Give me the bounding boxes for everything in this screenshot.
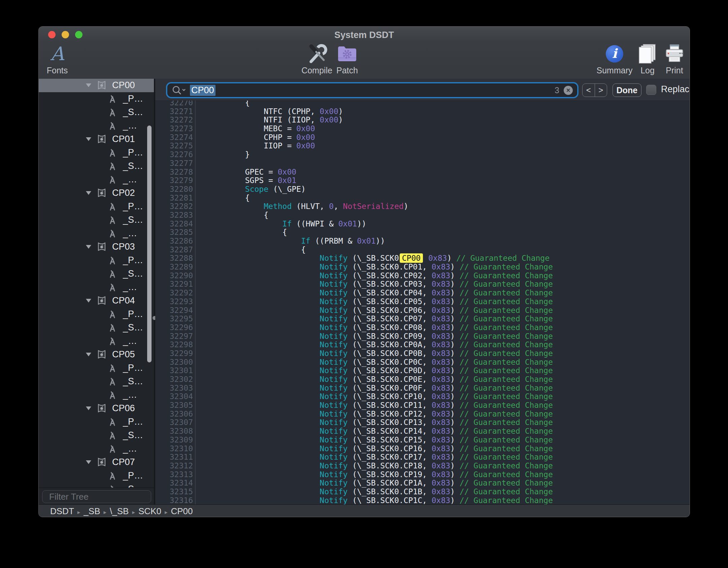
tree-child-item[interactable]: _S… — [39, 429, 154, 442]
disclosure-triangle-icon[interactable] — [86, 245, 91, 249]
tree-child-label: _S… — [123, 161, 143, 171]
code-line: Notify (\_SB.SCK0.CP13, 0x83) // Guarant… — [208, 418, 690, 427]
line-number: 32306 — [155, 410, 193, 419]
breadcrumb-item[interactable]: \_SB — [110, 506, 129, 516]
code-line: Notify (\_SB.SCK0.CP0B, 0x83) // Guarant… — [208, 349, 690, 358]
sidebar-scrollbar[interactable] — [147, 126, 152, 362]
tree-child-item[interactable]: _P… — [39, 200, 154, 213]
code-line: Notify (\_SB.SCK0.CP19, 0x83) // Guarant… — [208, 470, 690, 479]
method-icon — [107, 215, 118, 226]
disclosure-triangle-icon[interactable] — [86, 460, 91, 464]
tree-child-item[interactable]: _S… — [39, 375, 154, 388]
tree-child-item[interactable]: _P… — [39, 308, 154, 321]
breadcrumb-item[interactable]: SCK0 — [138, 506, 161, 516]
print-button[interactable]: Print — [653, 43, 690, 75]
breadcrumb-item[interactable]: DSDT — [50, 506, 74, 516]
method-icon — [107, 363, 118, 375]
tree-child-item[interactable]: _P… — [39, 254, 154, 267]
code-line: Notify (\_SB.SCK0CP00 0x83) // Guarantee… — [208, 254, 690, 263]
fonts-button[interactable]: A Fonts — [38, 43, 79, 75]
line-number: 32271 — [155, 107, 193, 116]
method-icon — [107, 175, 118, 186]
scope-icon — [97, 295, 107, 307]
code-line: Notify (\_SB.SCK0.CP05, 0x83) // Guarant… — [208, 297, 690, 306]
disclosure-triangle-icon[interactable] — [86, 191, 91, 195]
tree-item-cp05[interactable]: CP05 — [39, 348, 154, 361]
disclosure-triangle-icon[interactable] — [86, 406, 91, 410]
disclosure-triangle-icon[interactable] — [86, 353, 91, 356]
breadcrumb-item[interactable]: CP00 — [171, 506, 193, 516]
tree-child-label: _S… — [123, 430, 143, 440]
breadcrumb-separator-icon: ▸ — [103, 509, 106, 516]
clear-search-button[interactable]: × — [564, 86, 573, 95]
method-icon — [107, 323, 118, 334]
tree-item-cp01[interactable]: CP01 — [39, 133, 154, 146]
tree-child-label: _S… — [123, 269, 143, 279]
print-label: Print — [666, 66, 683, 75]
tree-child-item[interactable]: _S… — [39, 213, 154, 227]
method-icon — [107, 121, 118, 132]
status-bar: DSDT▸_SB▸\_SB▸SCK0▸CP00 — [39, 504, 690, 517]
tree-child-item[interactable]: _… — [39, 173, 154, 186]
code-line: NTFI (IIOP, 0x00) — [208, 116, 690, 125]
tree-item-cp07[interactable]: CP07 — [39, 456, 154, 469]
tree-child-item[interactable]: _S… — [39, 267, 154, 281]
tree-child-item[interactable]: _P… — [39, 92, 154, 106]
code-line: Notify (\_SB.SCK0.CP0A, 0x83) // Guarant… — [208, 341, 690, 349]
code-editor[interactable]: 3227032271322723227332274322753227632277… — [155, 101, 690, 504]
tree-child-item[interactable]: _… — [39, 281, 154, 294]
sidebar-tree[interactable]: CP00_P…_S…_…CP01_P…_S…_…CP02_P…_S…_…CP03… — [39, 79, 154, 488]
disclosure-triangle-icon[interactable] — [86, 299, 91, 303]
search-value: CP00 — [190, 85, 216, 96]
breadcrumb-separator-icon: ▸ — [132, 509, 135, 516]
line-number: 32308 — [155, 427, 193, 436]
disclosure-triangle-icon[interactable] — [86, 137, 91, 141]
tree-child-item[interactable]: _… — [39, 119, 154, 133]
done-button[interactable]: Done — [613, 83, 641, 97]
tree-child-item[interactable]: _… — [39, 227, 154, 240]
line-number: 32275 — [155, 142, 193, 150]
tree-child-label: _P… — [123, 363, 143, 373]
tree-child-item[interactable]: _S… — [39, 321, 154, 334]
tree-child-item[interactable]: _P… — [39, 361, 154, 375]
patch-button[interactable]: Patch — [325, 43, 369, 75]
filter-tree-input[interactable] — [48, 491, 154, 502]
code-line: { — [208, 101, 690, 107]
tree-item-cp04[interactable]: CP04 — [39, 294, 154, 308]
printer-icon — [664, 43, 685, 65]
tree-item-label: CP00 — [112, 80, 135, 91]
desktop: { "window": { "title": "System DSDT" }, … — [0, 0, 728, 568]
code-line: Notify (\_SB.SCK0.CP0C, 0x83) // Guarant… — [208, 358, 690, 367]
tree-child-item[interactable]: _P… — [39, 146, 154, 159]
line-number: 32298 — [155, 341, 193, 349]
tree-child-item[interactable]: _S… — [39, 159, 154, 173]
tree-child-item[interactable]: _… — [39, 388, 154, 402]
tree-child-item[interactable]: _… — [39, 442, 154, 456]
filter-field[interactable] — [42, 490, 151, 503]
tree-child-item[interactable]: _S… — [39, 483, 154, 488]
code-line: Notify (\_SB.SCK0.CP09, 0x83) // Guarant… — [208, 332, 690, 341]
tree-child-item[interactable]: _… — [39, 334, 154, 348]
disclosure-triangle-icon[interactable] — [86, 83, 91, 87]
tree-item-cp03[interactable]: CP03 — [39, 240, 154, 254]
code-line: If ((HWPI & 0x01)) — [208, 220, 690, 228]
search-input[interactable]: CP00 3 × — [167, 83, 577, 97]
line-number: 32284 — [155, 220, 193, 228]
breadcrumb-item[interactable]: _SB — [84, 506, 100, 516]
tree-item-cp02[interactable]: CP02 — [39, 186, 154, 200]
tree-item-cp00[interactable]: CP00 — [39, 79, 154, 92]
code-line: Notify (\_SB.SCK0.CP0D, 0x83) // Guarant… — [208, 366, 690, 375]
line-number: 32273 — [155, 125, 193, 133]
tree-child-item[interactable]: _P… — [39, 415, 154, 429]
find-next-button[interactable]: > — [595, 84, 607, 97]
tree-child-item[interactable]: _P… — [39, 469, 154, 483]
line-number: 32297 — [155, 332, 193, 341]
tree-child-label: _S… — [123, 376, 143, 387]
find-previous-button[interactable]: < — [583, 84, 595, 97]
replace-checkbox[interactable] — [646, 85, 656, 95]
search-menu-icon[interactable] — [172, 85, 187, 95]
tree-child-item[interactable]: _S… — [39, 106, 154, 119]
code-line: Notify (\_SB.SCK0.CP02, 0x83) // Guarant… — [208, 272, 690, 280]
tree-item-cp06[interactable]: CP06 — [39, 402, 154, 415]
scope-icon — [97, 349, 107, 361]
